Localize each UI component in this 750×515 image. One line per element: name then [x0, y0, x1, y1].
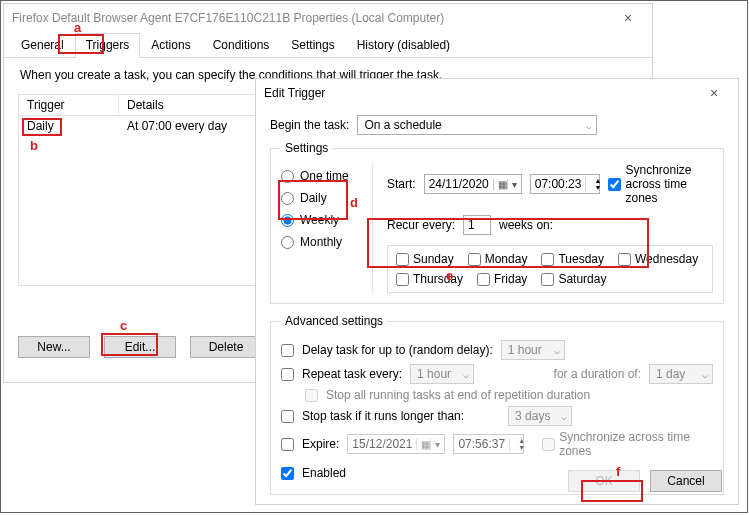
edit-button[interactable]: Edit...: [104, 336, 176, 358]
recur-unit: weeks on:: [499, 218, 553, 232]
radio-monthly[interactable]: Monthly: [281, 235, 372, 249]
tab-general[interactable]: General: [10, 33, 75, 58]
radio-weekly[interactable]: Weekly: [281, 213, 372, 227]
cancel-button[interactable]: Cancel: [650, 470, 722, 492]
spinner-icon[interactable]: ▲▼: [585, 177, 599, 191]
recur-label: Recur every:: [387, 218, 455, 232]
begin-task-label: Begin the task:: [270, 118, 349, 132]
duration-select: 1 day: [649, 364, 713, 384]
col-trigger[interactable]: Trigger: [19, 95, 119, 115]
edit-trigger-window: Edit Trigger × Begin the task: On a sche…: [255, 78, 739, 505]
repeat-label: Repeat task every:: [302, 367, 402, 381]
titlebar: Edit Trigger ×: [256, 79, 738, 107]
delay-label: Delay task for up to (random delay):: [302, 343, 493, 357]
day-saturday[interactable]: Saturday: [541, 272, 606, 286]
dropdown-icon: ▾: [430, 439, 444, 450]
expire-time-input: 07:56:37▲▼: [453, 434, 524, 454]
sync-tz-checkbox[interactable]: Synchronize across time zones: [608, 163, 713, 205]
tab-bar: General Triggers Actions Conditions Sett…: [4, 32, 652, 58]
close-icon[interactable]: ×: [694, 85, 734, 101]
schedule-radio-group: One time Daily Weekly Monthly: [281, 163, 373, 293]
stop-if-select: 3 days: [508, 406, 572, 426]
day-wednesday[interactable]: Wednesday: [618, 252, 698, 266]
calendar-icon: ▦: [416, 439, 430, 450]
recur-value-input[interactable]: [463, 215, 491, 235]
spinner-icon: ▲▼: [509, 437, 523, 451]
start-label: Start:: [387, 177, 416, 191]
days-box: Sunday Monday Tuesday Wednesday Thursday…: [387, 245, 713, 293]
stop-if-checkbox[interactable]: [281, 410, 294, 423]
radio-one-time[interactable]: One time: [281, 169, 372, 183]
titlebar: Firefox Default Browser Agent E7CF176E11…: [4, 4, 652, 32]
enabled-label: Enabled: [302, 466, 346, 480]
tab-actions[interactable]: Actions: [140, 33, 201, 58]
start-time-input[interactable]: 07:00:23▲▼: [530, 174, 601, 194]
ok-button[interactable]: OK: [568, 470, 640, 492]
calendar-icon[interactable]: ▦: [493, 179, 507, 190]
day-monday[interactable]: Monday: [468, 252, 528, 266]
dropdown-icon[interactable]: ▾: [507, 179, 521, 190]
day-tuesday[interactable]: Tuesday: [541, 252, 604, 266]
day-friday[interactable]: Friday: [477, 272, 527, 286]
day-thursday[interactable]: Thursday: [396, 272, 463, 286]
window-title: Edit Trigger: [264, 86, 325, 100]
stop-if-label: Stop task if it runs longer than:: [302, 409, 464, 423]
radio-daily[interactable]: Daily: [281, 191, 372, 205]
tab-conditions[interactable]: Conditions: [202, 33, 281, 58]
close-icon[interactable]: ×: [608, 10, 648, 26]
day-sunday[interactable]: Sunday: [396, 252, 454, 266]
expire-checkbox[interactable]: [281, 438, 294, 451]
tab-history[interactable]: History (disabled): [346, 33, 461, 58]
window-title: Firefox Default Browser Agent E7CF176E11…: [12, 11, 444, 25]
settings-group: Settings One time Daily Weekly Monthly S…: [270, 141, 724, 304]
delete-button[interactable]: Delete: [190, 336, 262, 358]
new-button[interactable]: New...: [18, 336, 90, 358]
start-date-input[interactable]: 24/11/2020▦▾: [424, 174, 522, 194]
delay-checkbox[interactable]: [281, 344, 294, 357]
advanced-group: Advanced settings Delay task for up to (…: [270, 314, 724, 495]
tab-settings[interactable]: Settings: [280, 33, 345, 58]
repeat-select: 1 hour: [410, 364, 474, 384]
expire-sync-tz: Synchronize across time zones: [542, 430, 713, 458]
trigger-cell: Daily: [19, 116, 119, 136]
duration-label: for a duration of:: [554, 367, 641, 381]
stop-all-label: Stop all running tasks at end of repetit…: [326, 388, 590, 402]
begin-task-select[interactable]: On a schedule: [357, 115, 597, 135]
settings-legend: Settings: [281, 141, 332, 155]
advanced-legend: Advanced settings: [281, 314, 387, 328]
stop-all-checkbox: [305, 389, 318, 402]
button-row: New... Edit... Delete: [18, 336, 262, 358]
repeat-checkbox[interactable]: [281, 368, 294, 381]
expire-date-input: 15/12/2021▦▾: [347, 434, 445, 454]
enabled-checkbox[interactable]: [281, 467, 294, 480]
tab-triggers[interactable]: Triggers: [75, 33, 141, 58]
delay-select: 1 hour: [501, 340, 565, 360]
expire-label: Expire:: [302, 437, 339, 451]
